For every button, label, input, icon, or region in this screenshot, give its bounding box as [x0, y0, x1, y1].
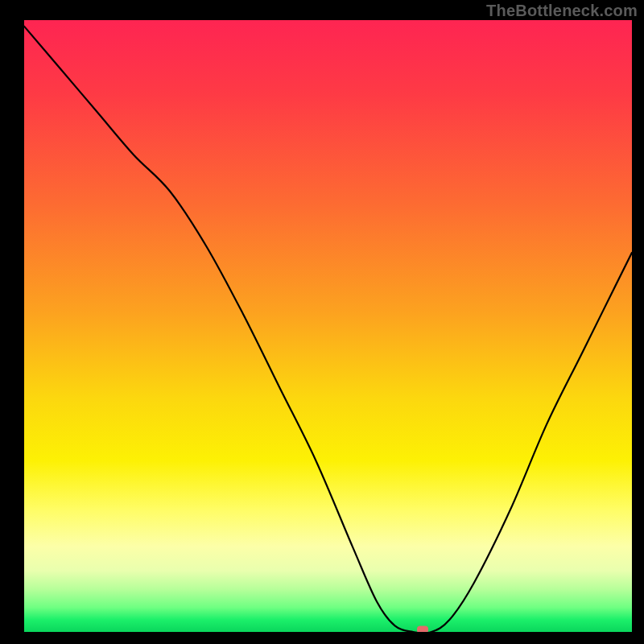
chart-frame: TheBottleneck.com [0, 0, 644, 644]
plot-area [24, 20, 632, 632]
bottleneck-curve [24, 20, 632, 632]
min-marker [417, 626, 428, 633]
watermark-text: TheBottleneck.com [486, 2, 638, 20]
